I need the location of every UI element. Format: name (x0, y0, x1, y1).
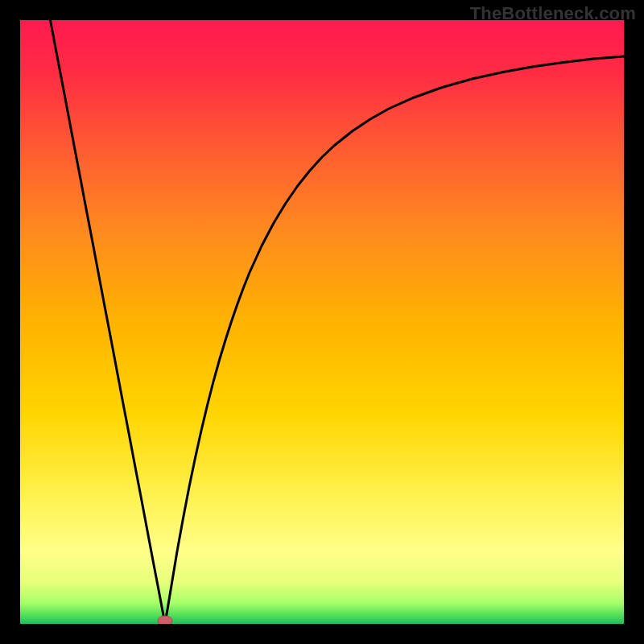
watermark-text: TheBottleneck.com (470, 3, 636, 24)
bottleneck-chart-svg (20, 20, 624, 624)
gradient-background (20, 20, 624, 624)
chart-frame: TheBottleneck.com (0, 0, 644, 644)
plot-area (20, 20, 624, 624)
minimum-point-marker (158, 616, 172, 624)
